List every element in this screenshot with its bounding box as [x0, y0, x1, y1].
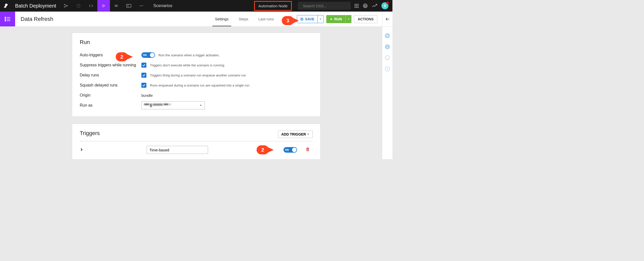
svg-point-31 — [385, 56, 389, 60]
trigger-name-input[interactable] — [147, 146, 208, 154]
delay-checkbox[interactable] — [141, 73, 146, 78]
run-dropdown[interactable] — [345, 15, 351, 23]
history-rail-icon[interactable] — [384, 66, 390, 72]
delay-desc: Triggers firing during a scenario run en… — [150, 73, 246, 77]
origin-value: bundle — [141, 93, 153, 98]
svg-rect-18 — [356, 7, 357, 8]
tab-steps[interactable]: Steps — [234, 12, 253, 26]
scenario-title[interactable]: Data Refresh — [15, 12, 53, 26]
auto-triggers-toggle[interactable]: ON — [141, 52, 155, 58]
play-icon[interactable] — [97, 0, 110, 12]
search-input[interactable] — [303, 4, 351, 8]
suppress-desc: Triggers don't execute while the scenari… — [150, 63, 224, 67]
save-button-group: SAVE — [297, 15, 324, 23]
svg-point-6 — [140, 6, 141, 6]
suppress-label: Suppress triggers while running — [80, 63, 141, 67]
svg-rect-15 — [356, 6, 357, 7]
run-label: RUN — [334, 17, 342, 21]
svg-point-3 — [77, 4, 80, 7]
automation-node-badge: Automation Node — [254, 1, 292, 11]
svg-rect-12 — [356, 4, 357, 5]
svg-rect-4 — [127, 4, 131, 7]
apps-icon[interactable] — [354, 4, 359, 8]
chevron-down-icon — [199, 104, 202, 107]
search-box[interactable] — [298, 2, 351, 10]
trigger-enable-toggle[interactable]: ON — [284, 147, 297, 153]
arrow-left-icon — [385, 17, 390, 22]
flow-icon[interactable] — [60, 0, 72, 12]
chevron-down-icon — [307, 133, 309, 136]
check-icon — [142, 63, 146, 67]
add-trigger-label: ADD TRIGGER — [281, 132, 306, 136]
expand-trigger-icon[interactable] — [80, 147, 85, 153]
chevron-right-icon — [80, 148, 83, 151]
avatar-letter: S — [384, 4, 386, 8]
svg-rect-14 — [355, 6, 356, 7]
run-button-group: New RUN — [326, 15, 351, 23]
svg-rect-13 — [358, 4, 359, 5]
tab-settings[interactable]: Settings — [210, 12, 233, 26]
check-icon — [142, 73, 146, 77]
tab-last-runs[interactable]: Last runs — [253, 12, 279, 26]
svg-rect-19 — [358, 7, 359, 8]
help-icon[interactable]: ? — [363, 3, 368, 8]
code-icon[interactable] — [85, 0, 97, 12]
svg-point-0 — [64, 4, 65, 5]
annotation-3: 3 — [282, 16, 294, 25]
svg-point-22 — [5, 17, 6, 18]
suppress-checkbox[interactable] — [141, 63, 146, 68]
project-title[interactable]: Batch Deployment — [12, 3, 60, 9]
squash-label: Squash delayed runs — [80, 83, 141, 88]
scenario-list-button[interactable] — [0, 12, 15, 26]
annotation-2a: 2 — [116, 52, 128, 61]
play-icon — [330, 18, 333, 21]
svg-rect-11 — [355, 4, 356, 5]
stack-icon[interactable] — [110, 0, 123, 12]
run-as-label: Run as — [80, 103, 141, 108]
svg-rect-16 — [358, 6, 359, 7]
more-icon[interactable] — [135, 0, 148, 12]
activity-icon[interactable] — [372, 4, 377, 8]
annotation-2b: 2 — [257, 145, 269, 154]
info-rail-icon[interactable]: i — [384, 44, 390, 50]
save-button[interactable]: SAVE — [297, 15, 317, 23]
svg-text:i: i — [387, 45, 388, 49]
svg-point-7 — [141, 6, 142, 6]
toggle-on-label: ON — [284, 149, 289, 151]
delete-trigger-icon[interactable] — [306, 147, 313, 152]
squash-desc: Runs enqueued during a scenario run are … — [150, 83, 249, 87]
origin-label: Origin — [80, 93, 141, 98]
run-heading: Run — [80, 39, 313, 46]
app-logo[interactable] — [0, 0, 12, 12]
back-button[interactable] — [382, 12, 392, 26]
save-icon — [300, 17, 304, 21]
scenarios-nav[interactable]: Scenarios — [148, 3, 178, 8]
check-icon — [142, 83, 146, 87]
add-trigger-button[interactable]: ADD TRIGGER — [278, 130, 313, 138]
run-as-value-redacted — [144, 104, 171, 107]
notification-dot — [386, 2, 389, 4]
chat-rail-icon[interactable] — [384, 55, 390, 61]
run-as-select[interactable] — [141, 101, 205, 109]
squash-checkbox[interactable] — [141, 83, 146, 88]
auto-triggers-desc: Run the scenario when a trigger activate… — [158, 53, 220, 57]
trigger-row: ON — [80, 145, 313, 155]
svg-point-2 — [67, 6, 68, 6]
svg-point-26 — [5, 20, 6, 21]
add-rail-icon[interactable] — [384, 33, 390, 39]
svg-point-1 — [64, 7, 65, 7]
triggers-panel: Triggers ADD TRIGGER ON — [72, 124, 320, 159]
toggle-on-label: ON — [141, 54, 147, 57]
toggle-knob — [150, 53, 154, 57]
run-button[interactable]: RUN — [326, 15, 345, 23]
user-avatar[interactable]: S — [381, 2, 388, 9]
save-dropdown[interactable] — [317, 15, 324, 23]
chevron-down-icon — [347, 18, 350, 20]
dashboard-icon[interactable] — [123, 0, 135, 12]
right-rail: i — [382, 27, 392, 159]
actions-button[interactable]: ACTIONS — [354, 15, 377, 23]
delay-label: Delay runs — [80, 73, 141, 77]
run-panel: Run Auto-triggers ON Run the scenario wh… — [72, 33, 320, 117]
save-label: SAVE — [305, 17, 314, 21]
circle-icon[interactable] — [72, 0, 85, 12]
